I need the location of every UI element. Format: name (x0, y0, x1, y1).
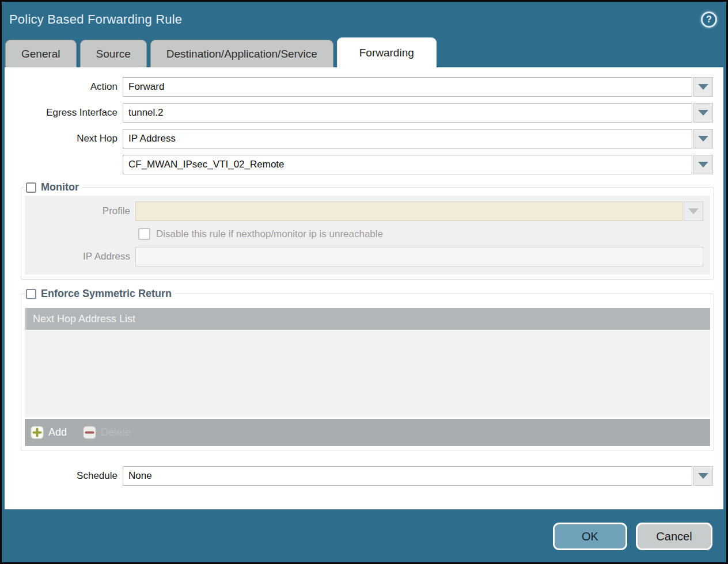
add-button[interactable]: Add (31, 426, 67, 439)
next-hop-address-dropdown-button[interactable] (693, 155, 713, 174)
action-row: Action Forward (5, 77, 723, 97)
monitor-panel: Profile Disable this rule if nexthop/mon… (25, 196, 710, 275)
next-hop-combo: IP Address (123, 129, 713, 148)
symmetric-return-legend: Enforce Symmetric Return (25, 288, 175, 300)
monitor-ip-address-field (135, 247, 703, 266)
action-dropdown-button[interactable] (693, 77, 713, 97)
next-hop-address-field[interactable]: CF_MWAN_IPsec_VTI_02_Remote (123, 155, 692, 174)
egress-interface-dropdown-button[interactable] (693, 103, 713, 123)
monitor-ip-address-label: IP Address (25, 251, 135, 262)
tab-general[interactable]: General (5, 40, 77, 67)
dialog-titlebar: Policy Based Forwarding Rule ? (2, 2, 726, 37)
egress-interface-label: Egress Interface (5, 107, 123, 119)
next-hop-label: Next Hop (5, 133, 123, 144)
next-hop-field[interactable]: IP Address (123, 129, 692, 148)
delete-button-label: Delete (101, 426, 131, 439)
profile-dropdown-button (684, 201, 703, 221)
enforce-symmetric-return-checkbox[interactable] (26, 289, 36, 299)
next-hop-address-combo: CF_MWAN_IPsec_VTI_02_Remote (123, 155, 713, 174)
next-hop-address-list-table: Next Hop Address List Add (25, 308, 710, 446)
symmetric-return-section: Enforce Symmetric Return Next Hop Addres… (21, 288, 714, 451)
tab-bar: General Source Destination/Application/S… (2, 37, 726, 67)
minus-icon (83, 426, 96, 439)
schedule-field[interactable]: None (123, 466, 692, 486)
chevron-down-icon (698, 473, 708, 479)
ok-button[interactable]: OK (553, 523, 627, 550)
tab-forwarding[interactable]: Forwarding (337, 37, 437, 67)
next-hop-address-list-toolbar: Add Delete (25, 419, 710, 446)
tab-source[interactable]: Source (80, 40, 147, 67)
delete-button: Delete (83, 426, 131, 439)
next-hop-address-list-header: Next Hop Address List (25, 308, 710, 330)
action-field[interactable]: Forward (123, 77, 692, 97)
action-combo: Forward (123, 77, 713, 97)
tab-destination-application-service[interactable]: Destination/Application/Service (150, 40, 333, 67)
add-button-label: Add (48, 426, 67, 439)
monitor-ip-address-row: IP Address (25, 247, 710, 266)
forwarding-tab-panel: Action Forward Egress Interface tunnel.2… (5, 67, 723, 509)
egress-interface-combo: tunnel.2 (123, 103, 713, 123)
next-hop-address-row: CF_MWAN_IPsec_VTI_02_Remote (5, 155, 723, 174)
profile-row: Profile (25, 201, 710, 221)
chevron-down-icon (698, 162, 708, 167)
next-hop-row: Next Hop IP Address (5, 129, 723, 148)
profile-label: Profile (25, 205, 135, 217)
profile-combo (135, 201, 703, 221)
disable-rule-label: Disable this rule if nexthop/monitor ip … (156, 228, 383, 240)
schedule-combo: None (123, 466, 713, 486)
monitor-checkbox[interactable] (26, 182, 36, 193)
next-hop-address-list-body[interactable] (25, 330, 710, 417)
disable-rule-row: Disable this rule if nexthop/monitor ip … (138, 228, 710, 240)
chevron-down-icon (688, 208, 699, 214)
dialog-title: Policy Based Forwarding Rule (9, 12, 182, 27)
chevron-down-icon (698, 136, 708, 142)
monitor-section: Monitor Profile Disable this rule if nex… (21, 181, 714, 280)
schedule-label: Schedule (5, 470, 123, 482)
profile-field (135, 201, 682, 221)
symmetric-return-legend-label: Enforce Symmetric Return (41, 288, 172, 300)
monitor-legend-label: Monitor (41, 181, 79, 193)
cancel-button[interactable]: Cancel (636, 523, 712, 550)
egress-interface-row: Egress Interface tunnel.2 (5, 103, 723, 123)
dialog-footer: OK Cancel (2, 509, 726, 562)
disable-rule-checkbox (138, 228, 150, 240)
schedule-row: Schedule None (5, 466, 723, 486)
chevron-down-icon (698, 110, 708, 116)
help-icon[interactable]: ? (701, 12, 717, 28)
egress-interface-field[interactable]: tunnel.2 (123, 103, 692, 123)
next-hop-dropdown-button[interactable] (693, 129, 713, 148)
action-label: Action (5, 81, 123, 93)
schedule-dropdown-button[interactable] (693, 466, 713, 486)
plus-icon (31, 426, 44, 439)
chevron-down-icon (698, 84, 708, 90)
policy-based-forwarding-dialog: Policy Based Forwarding Rule ? General S… (0, 0, 728, 564)
monitor-legend: Monitor (25, 181, 82, 193)
